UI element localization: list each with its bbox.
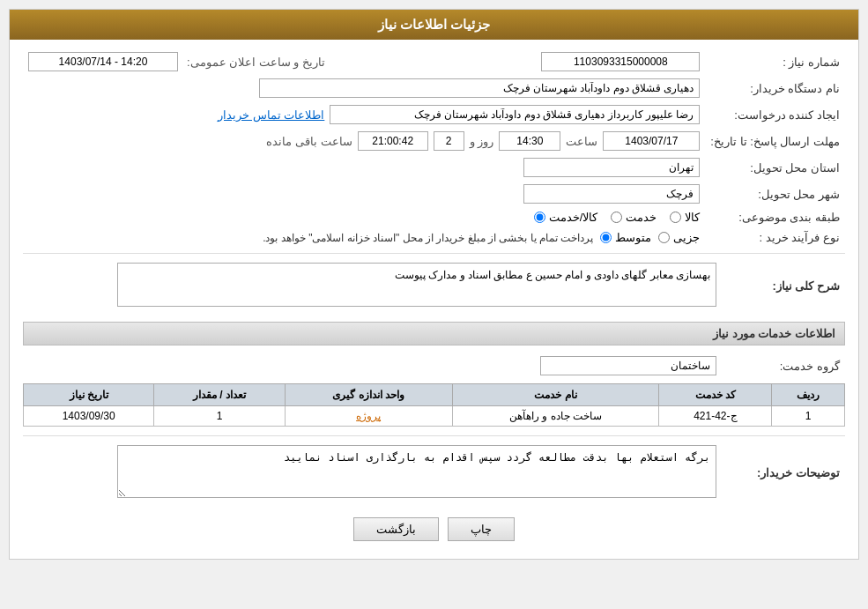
cell-date: 1403/09/30 bbox=[24, 406, 154, 427]
deadline-time-input bbox=[499, 131, 560, 151]
city-label: شهر محل تحویل: bbox=[705, 181, 845, 207]
service-group-input bbox=[540, 356, 716, 375]
cell-row: 1 bbox=[772, 406, 845, 427]
need-number-label: شماره نیاز : bbox=[705, 48, 845, 75]
province-label: استان محل تحویل: bbox=[705, 154, 845, 181]
need-desc-textarea[interactable] bbox=[117, 263, 716, 307]
cell-name: ساخت جاده و راهآهن bbox=[452, 406, 659, 427]
category-kala-khedmat-option[interactable]: کالا/خدمت bbox=[534, 211, 598, 224]
deadline-remaining-input bbox=[358, 131, 428, 151]
announce-label: تاریخ و ساعت اعلان عمومی: bbox=[187, 56, 325, 69]
city-input bbox=[523, 184, 700, 204]
col-row: ردیف bbox=[772, 384, 845, 406]
service-group-label: گروه خدمت: bbox=[722, 353, 845, 379]
back-button[interactable]: بازگشت bbox=[353, 517, 439, 541]
print-button[interactable]: چاپ bbox=[448, 517, 515, 541]
cell-unit: پروژه bbox=[285, 406, 452, 427]
purchase-note: پرداخت تمام یا بخشی از مبلغ خریدار از مح… bbox=[263, 232, 593, 244]
col-qty: تعداد / مقدار bbox=[154, 384, 285, 406]
need-number-input bbox=[541, 52, 700, 71]
creator-input bbox=[330, 105, 700, 124]
purchase-jozi-option[interactable]: جزیی bbox=[658, 231, 700, 244]
need-desc-label: شرح کلی نیاز: bbox=[722, 259, 845, 313]
col-code: کد خدمت bbox=[659, 384, 772, 406]
deadline-remaining-label: ساعت باقی مانده bbox=[266, 135, 352, 148]
cell-code: ج-42-421 bbox=[659, 406, 772, 427]
action-buttons: چاپ بازگشت bbox=[23, 517, 845, 541]
deadline-time-label: ساعت bbox=[566, 135, 597, 148]
org-name-label: نام دستگاه خریدار: bbox=[705, 75, 845, 101]
table-row: 1ج-42-421ساخت جاده و راهآهنپروژه11403/09… bbox=[24, 406, 845, 427]
category-label: طبقه بندی موضوعی: bbox=[705, 207, 845, 227]
col-unit: واحد اندازه گیری bbox=[285, 384, 452, 406]
col-date: تاریخ نیاز bbox=[24, 384, 154, 406]
cell-qty: 1 bbox=[154, 406, 285, 427]
deadline-days-input bbox=[434, 131, 464, 151]
purchase-motavasset-option[interactable]: متوسط bbox=[600, 231, 651, 244]
page-header: جزئیات اطلاعات نیاز bbox=[10, 10, 858, 40]
province-input bbox=[523, 158, 700, 177]
deadline-days-label: روز و bbox=[470, 135, 494, 148]
org-name-input bbox=[259, 78, 700, 98]
buyer-notes-textarea[interactable] bbox=[117, 445, 716, 498]
buyer-notes-label: توضیحات خریدار: bbox=[722, 442, 845, 504]
deadline-date-input bbox=[603, 131, 700, 151]
services-table: ردیف کد خدمت نام خدمت واحد اندازه گیری ت… bbox=[23, 383, 845, 427]
deadline-label: مهلت ارسال پاسخ: تا تاریخ: bbox=[705, 128, 845, 154]
creator-contact-link[interactable]: اطلاعات تماس خریدار bbox=[218, 108, 324, 122]
purchase-type-label: نوع فرآیند خرید : bbox=[705, 227, 845, 248]
creator-label: ایجاد کننده درخواست: bbox=[705, 101, 845, 128]
services-section-title: اطلاعات خدمات مورد نیاز bbox=[23, 322, 845, 345]
category-kala-option[interactable]: کالا bbox=[670, 211, 700, 224]
category-khedmat-option[interactable]: خدمت bbox=[611, 211, 657, 224]
col-name: نام خدمت bbox=[452, 384, 659, 406]
announce-input bbox=[28, 52, 178, 71]
